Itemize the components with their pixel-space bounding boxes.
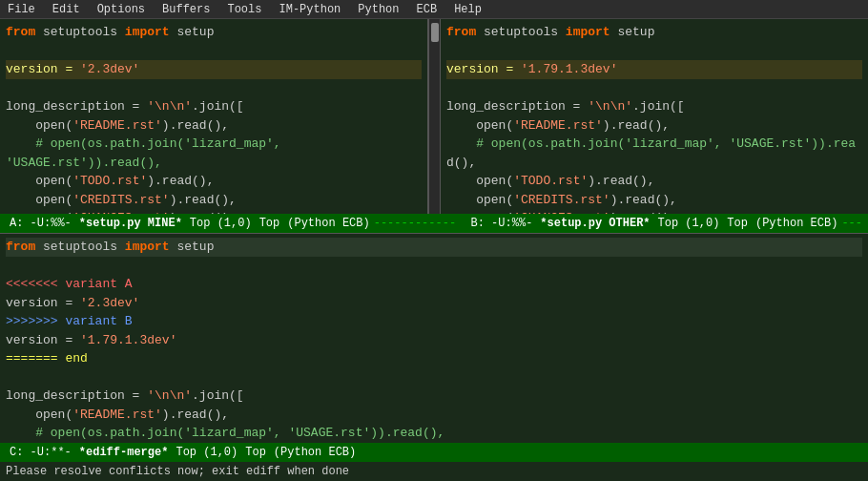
scrollbar-thumb[interactable]: [431, 23, 439, 42]
menu-python[interactable]: Python: [354, 3, 403, 16]
status-bar-ab: A: -U:%%- *setup.py MINE* Top (1,0) Top …: [0, 214, 868, 233]
status-c-mode: C: -U:**-: [6, 446, 75, 459]
top-pane: from setuptools import setup version = '…: [0, 19, 868, 214]
status-b-dashes: ---: [841, 217, 862, 230]
menu-edit[interactable]: Edit: [49, 3, 84, 16]
buffer-merge[interactable]: from setuptools import setup <<<<<<< var…: [0, 233, 868, 443]
message-bar: Please resolve conflicts now; exit ediff…: [0, 462, 868, 481]
status-a-position2: Top: [256, 217, 284, 230]
status-b-filename: *setup.py OTHER*: [536, 217, 653, 230]
status-b-mode2: (Python ECB): [752, 217, 841, 230]
menu-buffers[interactable]: Buffers: [158, 3, 214, 16]
status-a-filename: *setup.py MINE*: [75, 217, 186, 230]
menu-options[interactable]: Options: [93, 3, 149, 16]
status-c-top: Top: [241, 446, 270, 459]
scrollbar-divider: [429, 19, 441, 214]
status-c-position: Top (1,0): [172, 446, 241, 459]
status-a-position: Top (1,0): [186, 217, 256, 230]
menu-im-python[interactable]: IM-Python: [275, 3, 344, 16]
menubar: File Edit Options Buffers Tools IM-Pytho…: [0, 0, 868, 19]
status-a-mode2: (Python ECB): [283, 217, 373, 230]
buffer-other[interactable]: from setuptools import setup version = '…: [441, 19, 868, 214]
menu-help[interactable]: Help: [450, 3, 486, 16]
menu-tools[interactable]: Tools: [223, 3, 265, 16]
status-b-mode: B: -U:%%-: [467, 217, 537, 230]
status-b-position: Top (1,0): [654, 217, 724, 230]
status-c-mode2: (Python ECB): [270, 446, 360, 459]
menu-file[interactable]: File: [4, 3, 39, 16]
status-c-filename: *ediff-merge*: [75, 446, 173, 459]
editor-area: from setuptools import setup version = '…: [0, 19, 868, 481]
status-a-mode: A: -U:%%-: [6, 217, 75, 230]
buffer-mine[interactable]: from setuptools import setup version = '…: [0, 19, 429, 214]
message-text: Please resolve conflicts now; exit ediff…: [6, 465, 349, 478]
status-b-top: Top: [723, 217, 752, 230]
status-bar-c: C: -U:**- *ediff-merge* Top (1,0) Top (P…: [0, 443, 868, 462]
status-a-dashes: ------------: [374, 217, 467, 230]
menu-ecb[interactable]: ECB: [413, 3, 442, 16]
